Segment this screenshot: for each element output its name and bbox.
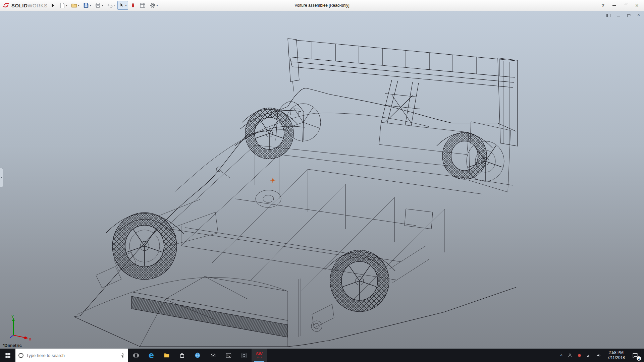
main-toolbar: ▾ ▾ ▾ ▾ ▾ bbox=[58, 1, 159, 10]
close-icon: × bbox=[635, 3, 639, 8]
new-document-button[interactable]: ▾ bbox=[58, 1, 69, 10]
document-title: Voiture assemblee [Read-only] bbox=[294, 3, 349, 8]
solidworks-app-button[interactable]: SW 2017 bbox=[252, 349, 267, 362]
seat-detail-inner bbox=[263, 195, 274, 202]
dropdown-caret-icon[interactable]: ▾ bbox=[102, 4, 103, 7]
file-explorer-icon bbox=[163, 352, 170, 358]
dropdown-caret-icon[interactable]: ▾ bbox=[66, 4, 67, 7]
people-button[interactable] bbox=[565, 349, 575, 362]
radiator-mesh bbox=[131, 296, 288, 337]
file-explorer-button[interactable] bbox=[159, 349, 174, 362]
select-cursor-icon bbox=[119, 2, 125, 9]
hidden-icons-button[interactable]: ^ bbox=[558, 349, 565, 362]
globe-app-button[interactable] bbox=[190, 349, 205, 362]
document-window-controls: × bbox=[606, 12, 641, 17]
mirror-icon bbox=[216, 167, 221, 172]
people-icon bbox=[567, 353, 573, 358]
select-tool-button[interactable]: ▾ bbox=[117, 1, 128, 10]
save-floppy-icon bbox=[83, 2, 89, 9]
command-prompt-button[interactable] bbox=[221, 349, 236, 362]
design-table-button[interactable] bbox=[138, 1, 147, 10]
orientation-triad: Y X bbox=[7, 314, 34, 341]
undo-button[interactable]: ▾ bbox=[105, 1, 117, 10]
dropdown-caret-icon[interactable]: ▾ bbox=[114, 4, 115, 7]
origin-marker bbox=[270, 178, 275, 183]
brand-text: SOLIDWORKS bbox=[11, 3, 48, 8]
chevron-up-icon: ^ bbox=[560, 353, 562, 358]
mail-icon bbox=[210, 353, 216, 358]
dropdown-caret-icon[interactable]: ▾ bbox=[78, 4, 79, 7]
open-folder-icon bbox=[71, 2, 77, 9]
doc-restore-icon bbox=[627, 14, 630, 17]
save-button[interactable]: ▾ bbox=[82, 1, 93, 10]
clock-time: 2:58 PM bbox=[608, 350, 624, 355]
alert-icon bbox=[577, 353, 582, 358]
windows-logo-icon bbox=[5, 353, 11, 358]
titlebar: SOLIDWORKS ▾ ▾ ▾ bbox=[0, 0, 644, 11]
wheel-front-right bbox=[245, 104, 321, 159]
minimize-button[interactable] bbox=[609, 2, 619, 9]
minimize-icon bbox=[612, 5, 616, 6]
titlebar-window-controls: ? × bbox=[598, 2, 642, 9]
action-center-button[interactable]: 2 bbox=[628, 349, 642, 362]
wheel-rear-right bbox=[442, 132, 504, 181]
dropdown-caret-icon[interactable]: ▾ bbox=[157, 4, 158, 7]
print-button[interactable]: ▾ bbox=[93, 1, 105, 10]
network-icon bbox=[586, 353, 592, 358]
microphone-icon[interactable] bbox=[120, 352, 125, 358]
options-button[interactable]: ▾ bbox=[148, 1, 159, 10]
options-gear-icon bbox=[149, 2, 156, 9]
doc-restore-button[interactable] bbox=[626, 12, 631, 17]
exhaust-detail-inner bbox=[314, 323, 319, 329]
windows-taskbar: e bbox=[0, 349, 644, 362]
dark-app-button[interactable] bbox=[236, 349, 252, 362]
task-view-icon bbox=[133, 352, 139, 359]
panel-toggle-icon bbox=[606, 14, 610, 17]
menu-flyout-arrow-icon[interactable] bbox=[52, 3, 54, 7]
triad-y-label: Y bbox=[11, 314, 14, 318]
close-button[interactable]: × bbox=[632, 2, 642, 9]
print-icon bbox=[95, 2, 101, 9]
show-desktop-button[interactable] bbox=[642, 349, 644, 362]
restore-icon bbox=[624, 4, 627, 7]
clock-date: 7/11/2018 bbox=[607, 355, 625, 360]
doc-minimize-icon bbox=[617, 16, 620, 16]
doc-close-button[interactable]: × bbox=[636, 12, 641, 17]
wheel-front-left bbox=[112, 213, 177, 280]
new-document-icon bbox=[59, 2, 65, 9]
edge-icon: e bbox=[149, 351, 154, 360]
store-bag-icon bbox=[179, 352, 185, 359]
globe-app-icon bbox=[194, 352, 201, 359]
taskbar-search[interactable] bbox=[15, 349, 128, 362]
network-button[interactable] bbox=[584, 349, 594, 362]
task-view-button[interactable] bbox=[128, 349, 144, 362]
alert-tray-button[interactable] bbox=[575, 349, 584, 362]
open-button[interactable]: ▾ bbox=[69, 1, 81, 10]
doc-close-icon: × bbox=[637, 12, 640, 17]
volume-icon bbox=[596, 353, 602, 358]
wireframe-car-model bbox=[0, 11, 644, 349]
seat-detail bbox=[256, 190, 281, 207]
dropdown-caret-icon[interactable]: ▾ bbox=[90, 4, 91, 7]
start-button[interactable] bbox=[0, 349, 15, 362]
help-button[interactable]: ? bbox=[598, 3, 608, 8]
notification-badge: 2 bbox=[637, 356, 641, 361]
doc-minimize-button[interactable] bbox=[616, 12, 621, 17]
exhaust-detail bbox=[311, 321, 322, 331]
wheel-rear-left bbox=[330, 250, 389, 312]
undo-arrow-icon bbox=[107, 2, 113, 9]
system-tray: ^ 2:58 PM 7/11/2018 bbox=[558, 349, 644, 362]
volume-button[interactable] bbox=[594, 349, 604, 362]
dropdown-caret-icon[interactable]: ▾ bbox=[125, 4, 127, 7]
restore-button[interactable] bbox=[621, 2, 631, 9]
taskbar-clock[interactable]: 2:58 PM 7/11/2018 bbox=[604, 349, 629, 362]
mail-button[interactable] bbox=[205, 349, 221, 362]
material-tool-button[interactable] bbox=[129, 1, 137, 10]
3d-viewport[interactable]: × bbox=[0, 11, 644, 349]
design-table-icon bbox=[139, 2, 146, 9]
cortana-icon bbox=[18, 353, 23, 358]
edge-button[interactable]: e bbox=[144, 349, 159, 362]
search-input[interactable] bbox=[26, 353, 117, 358]
panel-toggle-button[interactable] bbox=[606, 12, 611, 17]
store-button[interactable] bbox=[174, 349, 190, 362]
